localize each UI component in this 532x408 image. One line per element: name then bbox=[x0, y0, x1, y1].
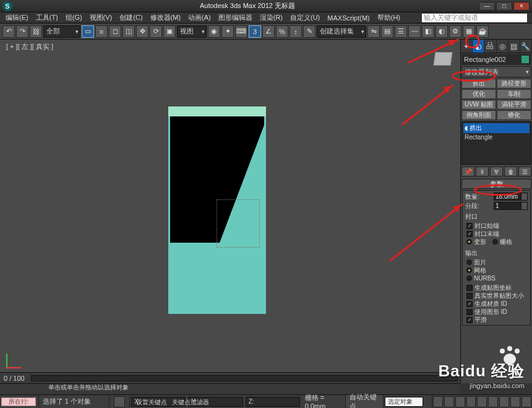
menu-edit[interactable]: 编辑(E) bbox=[2, 12, 32, 23]
output-nurbs-radio[interactable]: NURBS bbox=[465, 274, 528, 282]
material-editor-icon[interactable]: ◐ bbox=[435, 25, 448, 38]
lock-selection-icon[interactable] bbox=[114, 396, 125, 407]
stack-item-rectangle[interactable]: Rectangle bbox=[463, 133, 530, 141]
object-name-input[interactable]: Rectangle002 bbox=[461, 54, 531, 65]
gen-mapping-checkbox[interactable]: 生成贴图坐标 bbox=[465, 284, 528, 292]
menu-custom[interactable]: 自定义(U) bbox=[287, 12, 323, 23]
angle-snap-icon[interactable]: ∠ bbox=[262, 25, 275, 38]
window-crossing-icon[interactable]: ◫ bbox=[122, 25, 135, 38]
remove-mod-icon[interactable]: 🗑 bbox=[504, 167, 517, 176]
mirror-icon[interactable]: ⇋ bbox=[367, 25, 380, 38]
cap-end-checkbox[interactable]: ✓封口末端 bbox=[465, 230, 528, 238]
menu-tools[interactable]: 工具(T) bbox=[33, 12, 61, 23]
named-selection-combo[interactable]: 创建选择集 bbox=[317, 25, 366, 38]
link-icon[interactable]: ⛓ bbox=[30, 25, 42, 38]
amount-spinner[interactable]: 18.0mm bbox=[494, 193, 528, 201]
smooth-checkbox[interactable]: ✓平滑 bbox=[465, 316, 528, 324]
render-icon[interactable]: ☕ bbox=[476, 25, 489, 38]
tab-create-icon[interactable]: ✦ bbox=[461, 40, 473, 53]
viewport-nav-icon[interactable] bbox=[488, 396, 498, 407]
menu-graph[interactable]: 图形编辑器 bbox=[215, 12, 255, 23]
show-end-result-icon[interactable]: Ⅱ bbox=[476, 167, 489, 176]
time-slider-track[interactable] bbox=[31, 375, 458, 381]
configure-sets-icon[interactable]: ☰ bbox=[518, 167, 531, 176]
orbit-icon[interactable] bbox=[521, 396, 531, 407]
btn-lathe[interactable]: 车削 bbox=[497, 89, 531, 99]
key-target-combo[interactable]: 选定对象 bbox=[385, 397, 423, 407]
spinner-snap-icon[interactable]: ↕ bbox=[290, 25, 302, 38]
object-color-swatch[interactable] bbox=[521, 56, 529, 63]
modifier-list-combo[interactable]: 修改器列表 bbox=[461, 66, 531, 77]
menu-modifiers[interactable]: 修改器(M) bbox=[147, 12, 184, 23]
viewport-label[interactable]: [ + ][ 左 ][ 真实 ] bbox=[6, 42, 53, 51]
menu-view[interactable]: 视图(V) bbox=[87, 12, 116, 23]
rotate-icon[interactable]: ⟳ bbox=[150, 25, 162, 38]
scale-icon[interactable]: ▣ bbox=[163, 25, 176, 38]
next-frame-icon[interactable] bbox=[466, 396, 476, 407]
btn-taper[interactable]: 锥化 bbox=[497, 110, 531, 120]
menu-maxscript[interactable]: MAXScript(M) bbox=[324, 14, 372, 22]
menu-animation[interactable]: 动画(A) bbox=[185, 12, 214, 23]
btn-pathdeform[interactable]: 路径变形 bbox=[497, 79, 531, 89]
tab-display-icon[interactable]: ▤ bbox=[508, 40, 520, 53]
use-shapeid-checkbox[interactable]: 使用图形 ID bbox=[465, 308, 528, 316]
make-unique-icon[interactable]: ∀ bbox=[490, 167, 503, 176]
gen-matid-checkbox[interactable]: ✓生成材质 ID bbox=[465, 300, 528, 308]
coord-z-input[interactable]: Z: bbox=[246, 397, 300, 407]
menu-group[interactable]: 组(G) bbox=[62, 12, 85, 23]
select-by-name-icon[interactable]: ≡ bbox=[95, 25, 108, 38]
snap-toggle-icon[interactable]: 3 bbox=[249, 25, 261, 38]
goto-start-icon[interactable] bbox=[433, 396, 443, 407]
edit-named-sel-icon[interactable]: ✎ bbox=[303, 25, 315, 38]
pin-stack-icon[interactable]: 📌 bbox=[461, 167, 474, 176]
grid-radio[interactable]: 栅格 bbox=[491, 238, 512, 246]
modifier-stack[interactable]: ◖ 挤出 Rectangle bbox=[461, 121, 531, 165]
stack-item-extrude[interactable]: ◖ 挤出 bbox=[463, 123, 530, 133]
render-setup-icon[interactable]: ⚙ bbox=[449, 25, 461, 38]
pan-icon[interactable] bbox=[510, 396, 520, 407]
percent-snap-icon[interactable]: % bbox=[276, 25, 288, 38]
align-icon[interactable]: ▤ bbox=[381, 25, 393, 38]
output-patch-radio[interactable]: 面片 bbox=[465, 258, 528, 266]
schematic-icon[interactable]: ◧ bbox=[422, 25, 434, 38]
real-world-checkbox[interactable]: 真实世界贴图大小 bbox=[465, 292, 528, 300]
btn-extrude[interactable]: 挤出 bbox=[461, 79, 496, 89]
zoom-extents-icon[interactable] bbox=[499, 396, 509, 407]
maximize-button[interactable]: □ bbox=[496, 2, 512, 11]
script-row-tab[interactable]: 所在行: bbox=[1, 397, 36, 406]
app-logo-icon[interactable]: S bbox=[2, 1, 12, 11]
btn-turbosmooth[interactable]: 涡轮平滑 bbox=[497, 100, 531, 110]
select-rect-icon[interactable]: ◻ bbox=[109, 25, 121, 38]
viewport-left[interactable]: [ + ][ 左 ][ 真实 ] bbox=[0, 40, 460, 383]
menu-create[interactable]: 创建(C) bbox=[116, 12, 145, 23]
pivot-icon[interactable]: ◉ bbox=[208, 25, 220, 38]
btn-bevelprofile[interactable]: 倒角剖面 bbox=[461, 110, 496, 120]
autokey-button[interactable]: 自动关键点 bbox=[350, 393, 379, 409]
redo-icon[interactable]: ↷ bbox=[16, 25, 28, 38]
keyfilter-button[interactable]: 关键点过滤器 bbox=[172, 399, 209, 406]
play-icon[interactable] bbox=[455, 396, 465, 407]
tab-motion-icon[interactable]: ◎ bbox=[497, 40, 508, 53]
tab-utilities-icon[interactable]: 🔧 bbox=[520, 40, 532, 53]
ref-coord-combo[interactable]: 视图 bbox=[177, 25, 207, 38]
minimize-button[interactable]: — bbox=[479, 2, 495, 11]
tab-hierarchy-icon[interactable]: 品 bbox=[484, 40, 496, 53]
move-icon[interactable]: ✥ bbox=[136, 25, 148, 38]
keyboard-icon[interactable]: ⌨ bbox=[235, 25, 247, 38]
undo-icon[interactable]: ↶ bbox=[2, 25, 15, 38]
setkey-button[interactable]: 设置关键点 bbox=[136, 399, 167, 406]
goto-end-icon[interactable] bbox=[477, 396, 487, 407]
output-mesh-radio[interactable]: 网格 bbox=[465, 266, 528, 274]
selection-filter-combo[interactable]: 全部 bbox=[43, 25, 80, 38]
layers-icon[interactable]: ☰ bbox=[395, 25, 407, 38]
viewcube-icon[interactable] bbox=[433, 52, 452, 66]
render-frame-icon[interactable]: ▦ bbox=[463, 25, 475, 38]
rollout-params-header[interactable]: 参数 bbox=[461, 179, 531, 189]
transform-gizmo[interactable] bbox=[217, 199, 260, 248]
btn-uvwmap[interactable]: UVW 贴图 bbox=[461, 100, 496, 110]
menu-help[interactable]: 帮助(H) bbox=[374, 12, 403, 23]
time-slider[interactable]: 0 / 100 bbox=[0, 372, 460, 383]
select-object-icon[interactable]: ▭ bbox=[82, 25, 94, 38]
morph-radio[interactable]: 变形 bbox=[465, 238, 486, 246]
btn-optimize[interactable]: 优化 bbox=[461, 89, 496, 99]
